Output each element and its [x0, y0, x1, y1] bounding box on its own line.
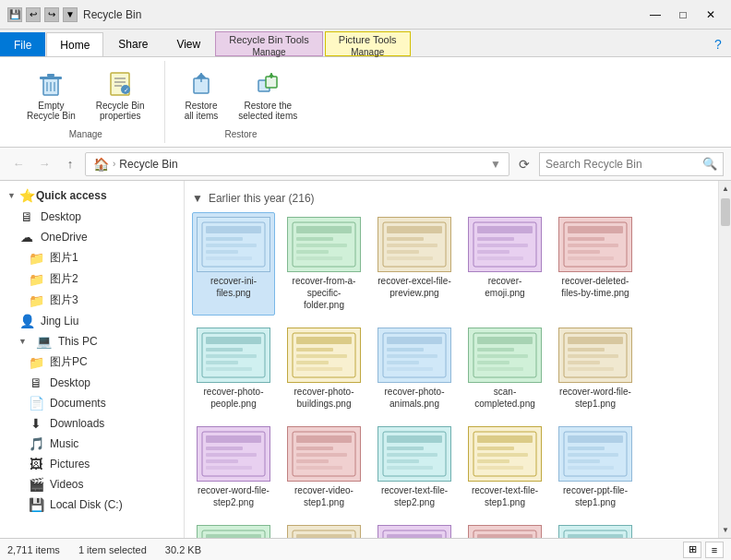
svg-rect-45: [568, 250, 600, 254]
file-name: recover-text-file-step1.png: [468, 484, 542, 508]
empty-recycle-bin-button[interactable]: EmptyRecycle Bin: [18, 65, 84, 125]
file-item[interactable]: recover-text-file-step2.png: [373, 422, 456, 513]
path-dropdown-icon[interactable]: ▼: [490, 158, 501, 171]
file-item[interactable]: recover-data-step3 - Copy.png: [282, 520, 366, 538]
refresh-button[interactable]: ⟳: [513, 153, 535, 175]
minimize-button[interactable]: —: [642, 5, 668, 25]
file-item[interactable]: recover-video-step1.png: [282, 422, 366, 513]
sidebar-item-pictures[interactable]: 🖼 Pictures: [0, 454, 184, 474]
file-item[interactable]: recover-from-a-specific-folder.png: [282, 212, 366, 316]
back-button[interactable]: ←: [7, 153, 30, 175]
recycle-properties-button[interactable]: ✓ Recycle Binproperties: [88, 65, 153, 125]
file-item[interactable]: recover-emoji.png: [463, 212, 546, 316]
svg-rect-39: [477, 250, 509, 254]
svg-rect-61: [387, 348, 424, 351]
maximize-button[interactable]: □: [670, 5, 696, 25]
file-item[interactable]: recover-pdf-file-step1.png: [554, 520, 637, 538]
sidebar-item-downloads[interactable]: ⬇ Downloads: [0, 413, 184, 434]
scroll-up-arrow[interactable]: ▲: [719, 181, 731, 197]
sidebar-item-local-disk[interactable]: 💾 Local Disk (C:): [0, 494, 184, 515]
scroll-down-arrow[interactable]: ▼: [719, 522, 731, 538]
sidebar-item-music[interactable]: 🎵 Music: [0, 434, 184, 454]
up-button[interactable]: ↑: [59, 153, 81, 175]
recycle-bin-tools-sub[interactable]: Manage: [215, 47, 323, 56]
restore-selected-button[interactable]: Restore theselected items: [230, 65, 306, 125]
sidebar-item-folder3[interactable]: 📁 图片3: [0, 290, 184, 311]
section-toggle[interactable]: ▼: [192, 192, 203, 205]
folder2-label: 图片2: [50, 271, 78, 287]
file-item[interactable]: recover-text-file-step1.png: [463, 422, 546, 513]
file-item[interactable]: recover-photo-buildings.png: [282, 323, 366, 414]
content-scroll[interactable]: ▼ Earlier this year (216) recover-ini-fi…: [185, 181, 718, 538]
file-item[interactable]: recover-word-file-step2.png: [192, 422, 275, 513]
file-item[interactable]: scan-completed.png: [463, 323, 546, 414]
file-name: recover-photo-animals.png: [377, 386, 451, 410]
svg-rect-103: [568, 447, 605, 450]
file-item[interactable]: recover-photo-animals.png: [373, 323, 456, 414]
path-text: Recycle Bin: [119, 158, 177, 171]
music-icon: 🎵: [28, 436, 44, 451]
empty-recycle-label: EmptyRecycle Bin: [27, 101, 76, 121]
close-button[interactable]: ✕: [698, 5, 724, 25]
search-icon[interactable]: 🔍: [702, 157, 717, 171]
file-item[interactable]: recover-photo-people.png: [192, 323, 275, 414]
tab-home[interactable]: Home: [46, 32, 103, 56]
forward-button[interactable]: →: [33, 153, 55, 175]
file-item[interactable]: recover-word-file-step1.png: [554, 323, 637, 414]
address-path[interactable]: 🏠 › Recycle Bin ▼: [85, 152, 509, 176]
file-item[interactable]: recover-pdf-file-step2.png: [463, 520, 546, 538]
svg-rect-60: [387, 337, 442, 344]
redo-icon[interactable]: ↪: [44, 7, 59, 22]
this-pc-label: This PC: [58, 335, 98, 348]
sidebar-item-jing-liu[interactable]: 👤 Jing Liu: [0, 311, 184, 331]
manage-tab-2[interactable]: Manage: [326, 47, 410, 57]
tab-share[interactable]: Share: [104, 32, 162, 56]
restore-selected-icon: [253, 69, 282, 99]
file-item[interactable]: recover-photo-step1.png: [373, 520, 456, 538]
details-view-button[interactable]: ≡: [705, 542, 724, 558]
file-thumbnail: [197, 217, 270, 272]
sidebar-item-videos[interactable]: 🎬 Videos: [0, 474, 184, 494]
sidebar-item-folder1[interactable]: 📁 图片1: [0, 247, 184, 268]
file-item[interactable]: recover-deleted-files-by-time.png: [554, 212, 637, 316]
file-item[interactable]: recover-ini-files.png: [192, 212, 275, 316]
svg-rect-25: [296, 237, 333, 241]
large-icons-view-button[interactable]: ⊞: [683, 542, 701, 558]
svg-rect-50: [206, 354, 257, 358]
folder3-label: 图片3: [50, 292, 78, 308]
sidebar-item-onedrive[interactable]: ☁ OneDrive: [0, 227, 184, 247]
svg-rect-79: [206, 447, 243, 450]
tab-file[interactable]: File: [0, 32, 45, 56]
main-area: ▼ ⭐ Quick access 🖥 Desktop ☁ OneDrive 📁 …: [0, 181, 731, 538]
picture-tools-sub[interactable]: Manage: [325, 47, 411, 56]
music-label: Music: [50, 437, 78, 450]
file-item[interactable]: recover-ppt-file-step2.png: [192, 520, 275, 538]
scroll-thumb[interactable]: [721, 198, 730, 226]
desktop2-icon: 🖥: [28, 375, 44, 390]
vertical-scrollbar[interactable]: ▲ ▼: [718, 181, 731, 538]
file-item[interactable]: recover-ppt-file-step1.png: [554, 422, 637, 513]
file-name: recover-ppt-file-step1.png: [558, 484, 632, 508]
manage-tab-1[interactable]: Manage: [216, 47, 322, 57]
sidebar-item-desktop2[interactable]: 🖥 Desktop: [0, 373, 184, 393]
search-input[interactable]: [545, 158, 699, 171]
file-item[interactable]: recover-excel-file-preview.png: [373, 212, 456, 316]
sidebar-item-documents[interactable]: 📄 Documents: [0, 393, 184, 413]
quick-access-label: Quick access: [36, 189, 107, 202]
sidebar-item-folder2[interactable]: 📁 图片2: [0, 268, 184, 290]
customize-icon[interactable]: ▼: [63, 7, 78, 22]
svg-rect-18: [206, 226, 261, 233]
sidebar-item-this-pc[interactable]: ▼ 💻 This PC: [0, 331, 184, 351]
sidebar-item-desktop[interactable]: 🖥 Desktop: [0, 207, 184, 227]
file-grid: recover-ini-files.png recover-from-a-spe…: [192, 212, 711, 538]
title-bar-left: 💾 ↩ ↪ ▼ Recycle Bin: [7, 7, 141, 22]
help-button[interactable]: ?: [705, 32, 731, 56]
file-thumbnail: [468, 217, 542, 272]
undo-icon[interactable]: ↩: [26, 7, 41, 22]
restore-all-button[interactable]: Restoreall items: [176, 65, 227, 125]
save-icon[interactable]: 💾: [7, 7, 22, 22]
quick-access-header[interactable]: ▼ ⭐ Quick access: [0, 185, 184, 207]
tab-view[interactable]: View: [162, 32, 214, 56]
home-icon: 🏠: [93, 157, 109, 172]
sidebar-item-pc-folder[interactable]: 📁 图片PC: [0, 351, 184, 373]
